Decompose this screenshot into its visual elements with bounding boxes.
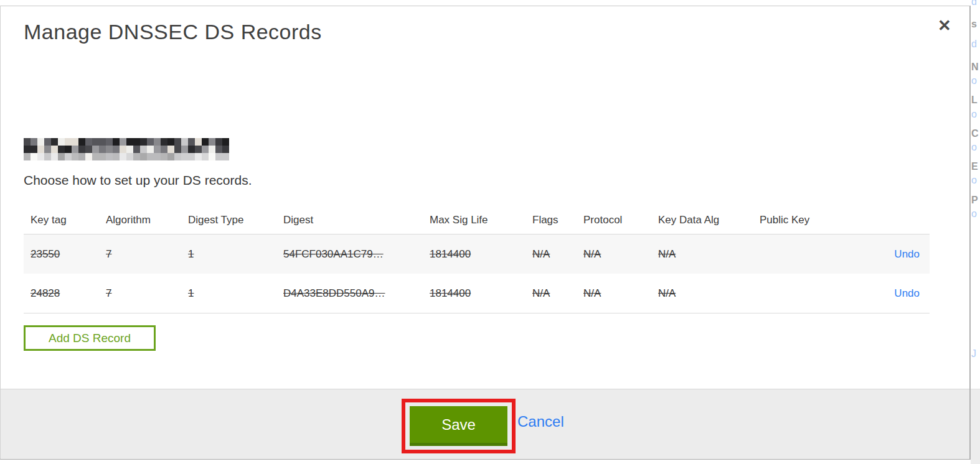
cell-digest: 54FCF030AA1C79…: [283, 248, 430, 261]
cell-key-data-alg: N/A: [658, 248, 760, 261]
annotation-highlight-box: Save: [402, 399, 516, 453]
header-digest: Digest: [283, 214, 430, 226]
cell-flags: N/A: [532, 287, 583, 300]
truncated-background-text: P: [971, 195, 978, 206]
truncated-background-text: d: [971, 0, 977, 7]
cell-max-sig-life: 1814400: [430, 287, 532, 300]
cell-key-tag: 24828: [24, 287, 106, 300]
header-public-key: Public Key: [760, 214, 870, 226]
header-algorithm: Algorithm: [106, 214, 188, 226]
cell-max-sig-life: 1814400: [430, 248, 532, 261]
truncated-background-text: C: [971, 128, 979, 139]
close-icon[interactable]: ✕: [934, 15, 955, 36]
cell-digest: D4A33E8DD550A9…: [283, 287, 430, 300]
truncated-background-text: N: [971, 62, 979, 73]
background-page-edge: dsdNoLoCoEoPoJ: [971, 0, 980, 464]
cell-flags: N/A: [532, 248, 583, 261]
intro-text: Choose how to set up your DS records.: [24, 173, 252, 188]
header-flags: Flags: [532, 214, 583, 226]
truncated-background-text: o: [971, 75, 977, 86]
truncated-background-text: J: [971, 348, 976, 360]
table-header-row: Key tag Algorithm Digest Type Digest Max…: [24, 206, 930, 234]
cell-key-data-alg: N/A: [658, 287, 760, 300]
header-protocol: Protocol: [583, 214, 658, 226]
manage-dnssec-ds-records-modal: Manage DNSSEC DS Records ✕ Choose how to…: [0, 6, 971, 460]
undo-link[interactable]: Undo: [894, 287, 920, 299]
truncated-background-text: o: [971, 175, 977, 186]
header-max-sig-life: Max Sig Life: [430, 214, 532, 226]
table-row: 23550 7 1 54FCF030AA1C79… 1814400 N/A N/…: [24, 234, 930, 274]
truncated-background-text: o: [971, 142, 977, 153]
cell-digest-type: 1: [188, 287, 283, 300]
add-ds-record-button[interactable]: Add DS Record: [24, 325, 156, 351]
redacted-domain-name: [24, 138, 229, 160]
modal-footer: Save Cancel: [1, 389, 969, 459]
header-key-tag: Key tag: [24, 214, 106, 226]
cancel-link[interactable]: Cancel: [517, 413, 564, 430]
cell-algorithm: 7: [106, 248, 188, 261]
background-footer-edge: [971, 389, 980, 464]
truncated-background-text: o: [971, 208, 977, 220]
ds-records-table: Key tag Algorithm Digest Type Digest Max…: [24, 206, 930, 313]
truncated-background-text: o: [971, 109, 977, 120]
save-button[interactable]: Save: [410, 406, 507, 446]
cell-key-tag: 23550: [24, 248, 106, 261]
truncated-background-text: E: [971, 161, 978, 172]
cell-algorithm: 7: [106, 287, 188, 300]
truncated-background-text: s: [971, 19, 977, 30]
table-row: 24828 7 1 D4A33E8DD550A9… 1814400 N/A N/…: [24, 274, 930, 313]
modal-title: Manage DNSSEC DS Records: [24, 20, 322, 44]
truncated-background-text: L: [971, 95, 978, 106]
cell-digest-type: 1: [188, 248, 283, 261]
table-body: 23550 7 1 54FCF030AA1C79… 1814400 N/A N/…: [24, 234, 930, 313]
cell-protocol: N/A: [583, 287, 658, 300]
header-key-data-alg: Key Data Alg: [658, 214, 760, 226]
cell-protocol: N/A: [583, 248, 658, 261]
undo-link[interactable]: Undo: [894, 248, 920, 260]
header-digest-type: Digest Type: [188, 214, 283, 226]
truncated-background-text: d: [971, 39, 977, 50]
